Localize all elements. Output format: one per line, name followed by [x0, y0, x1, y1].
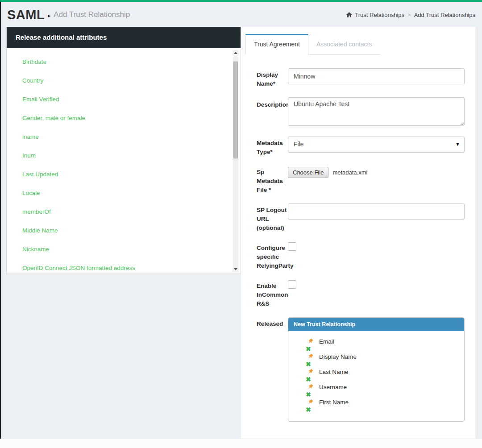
configure-relying-party-checkbox[interactable] — [288, 242, 296, 251]
released-panel-title: New Trust Relationship — [288, 318, 464, 331]
remove-attribute-icon[interactable]: ✖ — [294, 346, 459, 353]
released-row: Released New Trust Relationship Email✖Di… — [257, 317, 465, 422]
attribute-list-item: Locale — [22, 189, 241, 197]
attribute-link[interactable]: Email Verified — [22, 96, 59, 103]
attribute-link[interactable]: Inum — [22, 152, 36, 159]
caret-right-icon: ▸ — [48, 12, 50, 19]
display-name-row: Display Name* — [257, 68, 465, 88]
display-name-label: Display Name* — [257, 68, 288, 88]
pin-icon — [307, 384, 314, 390]
scrollbar-up-arrow[interactable] — [233, 50, 238, 55]
released-label: Released — [257, 317, 288, 422]
attributes-list: BirthdateCountryEmail VerifiedGender, ma… — [7, 48, 241, 274]
chevron-down-icon: ▼ — [455, 141, 460, 147]
sp-logout-url-input[interactable] — [288, 203, 465, 220]
pin-icon — [307, 338, 314, 345]
sp-metadata-file-label: Sp Metadata File * — [257, 166, 288, 195]
sp-metadata-file-row: Sp Metadata File * Choose File metadata.… — [257, 166, 465, 195]
attribute-list-item: Birthdate — [22, 58, 241, 66]
scrollbar-down-arrow[interactable] — [233, 266, 238, 272]
breadcrumb-separator: > — [407, 12, 411, 18]
released-item: Email✖ — [294, 337, 459, 353]
attribute-list-item: Last Updated — [22, 170, 241, 178]
released-item: Username✖ — [294, 383, 459, 398]
scrollbar-thumb[interactable] — [233, 62, 238, 158]
attribute-link[interactable]: iname — [22, 133, 39, 140]
attribute-list-item: OpenID Connect JSON formatted address — [22, 264, 241, 272]
enable-incommon-checkbox[interactable] — [288, 280, 296, 289]
release-attributes-panel: Release additional attributes BirthdateC… — [6, 27, 241, 274]
enable-incommon-row: Enable InCommon R&S — [257, 279, 465, 308]
released-list: Email✖Display Name✖Last Name✖Username✖Fi… — [288, 331, 464, 421]
description-textarea[interactable]: Ubuntu Apache Test — [288, 97, 465, 126]
breadcrumb-trust-relationships[interactable]: Trust Relationships — [346, 12, 404, 18]
tab-trust-agreement[interactable]: Trust Agreement — [245, 34, 308, 55]
attribute-link[interactable]: memberOf — [22, 208, 51, 215]
display-name-input[interactable] — [288, 68, 465, 84]
release-attributes-header: Release additional attributes — [7, 27, 241, 48]
sp-logout-url-label: SP Logout URL (optional) — [257, 203, 288, 232]
attribute-link[interactable]: Middle Name — [22, 227, 58, 234]
sp-logout-url-row: SP Logout URL (optional) — [257, 203, 465, 232]
attribute-list-item: Gender, male or female — [22, 114, 241, 122]
remove-attribute-icon[interactable]: ✖ — [294, 391, 459, 398]
attribute-link[interactable]: Birthdate — [22, 58, 46, 65]
app-title: SAML — [7, 8, 45, 22]
released-item-label: Last Name — [319, 369, 348, 375]
release-attributes-title: Release additional attributes — [16, 33, 107, 41]
configure-relying-party-row: Configure specific RelyingParty — [257, 241, 465, 270]
left-edge-strip — [0, 2, 1, 439]
enable-incommon-label: Enable InCommon R&S — [257, 279, 288, 308]
released-item: First Name✖ — [294, 398, 459, 413]
breadcrumb-current: Add Trust Relationships — [414, 12, 475, 18]
metadata-type-row: Metadata Type* File ▼ — [257, 137, 465, 157]
attribute-link[interactable]: Country — [22, 77, 43, 84]
attribute-list-item: Inum — [22, 151, 241, 160]
page-title: Add Trust Relationship — [54, 10, 130, 19]
released-attributes-panel: New Trust Relationship Email✖Display Nam… — [288, 317, 465, 422]
breadcrumb-home-label: Trust Relationships — [355, 12, 404, 18]
trust-relationship-form-panel: Trust AgreementAssociated contacts Displ… — [241, 27, 475, 440]
attribute-list-item: Country — [22, 76, 241, 85]
metadata-type-select[interactable]: File ▼ — [288, 137, 465, 153]
released-item-label: Display Name — [319, 353, 357, 360]
attribute-link[interactable]: OpenID Connect JSON formatted address — [22, 265, 135, 271]
pin-icon — [307, 399, 314, 406]
metadata-type-label: Metadata Type* — [257, 137, 288, 157]
choose-file-button[interactable]: Choose File — [288, 167, 328, 178]
released-item-label: Email — [319, 338, 334, 345]
attribute-link[interactable]: Nickname — [22, 246, 49, 253]
attribute-list-item: iname — [22, 133, 241, 141]
pin-icon — [307, 369, 314, 375]
scrollbar[interactable] — [233, 50, 238, 272]
attribute-link[interactable]: Last Updated — [22, 171, 58, 178]
breadcrumb: Trust Relationships > Add Trust Relation… — [346, 12, 475, 18]
description-label: Description — [257, 97, 288, 128]
description-row: Description Ubuntu Apache Test — [257, 97, 465, 128]
chosen-file-name: metadata.xml — [332, 169, 367, 176]
released-item-label: First Name — [319, 399, 349, 406]
tab-associated-contacts[interactable]: Associated contacts — [308, 34, 380, 54]
remove-attribute-icon[interactable]: ✖ — [294, 376, 459, 383]
released-item-label: Username — [319, 384, 347, 390]
attribute-link[interactable]: Gender, male or female — [22, 115, 85, 121]
trust-agreement-form: Display Name* Description Ubuntu Apache … — [241, 62, 475, 422]
remove-attribute-icon[interactable]: ✖ — [294, 407, 459, 413]
attribute-link[interactable]: Locale — [22, 190, 40, 196]
remove-attribute-icon[interactable]: ✖ — [294, 361, 459, 368]
attribute-list-item: Nickname — [22, 245, 241, 253]
attribute-list-item: Middle Name — [22, 226, 241, 235]
metadata-type-value: File — [294, 141, 304, 148]
pin-icon — [307, 353, 314, 360]
page-footer — [0, 439, 482, 448]
attribute-list-item: Email Verified — [22, 95, 241, 104]
configure-relying-party-label: Configure specific RelyingParty — [257, 241, 288, 270]
home-icon — [346, 12, 352, 17]
attribute-list-item: memberOf — [22, 207, 241, 216]
page-header: SAML ▸ Add Trust Relationship Trust Rela… — [0, 2, 482, 27]
tabs: Trust AgreementAssociated contacts — [245, 34, 380, 55]
released-item: Display Name✖ — [294, 353, 459, 368]
released-item: Last Name✖ — [294, 368, 459, 383]
